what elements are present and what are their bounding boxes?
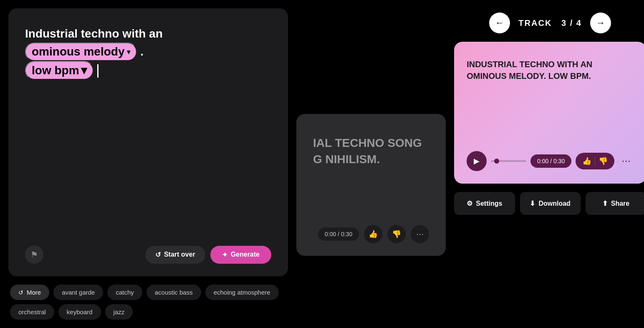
track-label: TRACK 3 / 4 — [518, 18, 582, 28]
middle-track-title: IAL TECHNO SONG G NIHILISM. — [313, 135, 429, 167]
generate-button[interactable]: ✦ Generate — [210, 246, 271, 264]
divider — [595, 156, 595, 166]
prompt-content: Industrial techno with an ominous melody… — [25, 25, 271, 80]
tag-keyboard[interactable]: keyboard — [58, 304, 101, 320]
tag-echoing-atmosphere[interactable]: echoing atmosphere — [205, 285, 279, 300]
dislike-icon-pink: 👎 — [599, 156, 608, 166]
next-arrow-icon: → — [596, 18, 605, 28]
right-play-button[interactable]: ▶ — [467, 151, 487, 171]
right-track-card: INDUSTRIAL TECHNO WITH AN OMINOUS MELODY… — [454, 42, 644, 184]
flag-icon: ⚑ — [30, 250, 38, 260]
left-panel: Industrial techno with an ominous melody… — [8, 8, 288, 320]
tags-row: ↺ More avant garde catchy acoustic bass … — [8, 285, 288, 320]
ominous-melody-chip[interactable]: ominous melody ▾ — [25, 43, 137, 61]
prompt-separator: . — [140, 45, 144, 58]
more-dots-icon-pink: ⋯ — [621, 156, 631, 167]
tag-avant-garde[interactable]: avant garde — [53, 285, 103, 300]
share-icon: ⬆ — [602, 199, 608, 207]
flag-button[interactable]: ⚑ — [25, 245, 43, 264]
middle-like-button[interactable]: 👍 — [364, 225, 382, 243]
right-track-controls: ▶ 0:00 / 0:30 👍 👎 ⋯ — [467, 151, 634, 171]
tag-acoustic-bass[interactable]: acoustic bass — [146, 285, 201, 300]
right-progress-bar[interactable] — [491, 160, 526, 162]
middle-time-display: 0:00 / 0:30 — [318, 227, 359, 241]
prev-track-button[interactable]: ← — [489, 13, 510, 33]
start-over-button[interactable]: ↺ Start over — [145, 246, 205, 264]
prompt-card: Industrial techno with an ominous melody… — [8, 8, 288, 276]
download-button[interactable]: ⬇ Download — [520, 192, 581, 215]
settings-button[interactable]: ⚙ Settings — [454, 192, 515, 215]
chip2-chevron: ▾ — [81, 63, 87, 77]
prev-arrow-icon: ← — [495, 18, 504, 28]
tag-orchestral[interactable]: orchestral — [10, 304, 54, 320]
more-dots-icon: ⋯ — [416, 230, 424, 239]
share-button[interactable]: ⬆ Share — [586, 192, 644, 215]
right-panel: ← TRACK 3 / 4 → INDUSTRIAL TECHNO WITH A… — [454, 8, 644, 320]
middle-track-controls: 0:00 / 0:30 👍 👎 ⋯ — [313, 225, 429, 243]
prompt-text: Industrial techno with an ominous melody… — [25, 25, 271, 80]
right-track-title: INDUSTRIAL TECHNO WITH AN OMINOUS MELODY… — [467, 58, 634, 82]
tag-catchy[interactable]: catchy — [107, 285, 142, 300]
middle-panel: IAL TECHNO SONG G NIHILISM. 0:00 / 0:30 … — [296, 8, 446, 320]
chip1-chevron: ▾ — [127, 48, 130, 56]
right-time-display: 0:00 / 0:30 — [530, 154, 571, 168]
low-bpm-chip[interactable]: low bpm ▾ — [25, 61, 93, 80]
more-tag[interactable]: ↺ More — [10, 285, 49, 300]
dislike-icon: 👎 — [392, 230, 401, 239]
like-icon: 👍 — [369, 230, 378, 239]
prompt-card-bottom: ⚑ ↺ Start over ✦ Generate — [25, 245, 271, 264]
action-buttons: ↺ Start over ✦ Generate — [145, 246, 271, 264]
middle-track-card: IAL TECHNO SONG G NIHILISM. 0:00 / 0:30 … — [296, 114, 446, 256]
download-icon: ⬇ — [530, 199, 535, 207]
prompt-prefix: Industrial techno with an — [25, 27, 163, 40]
next-track-button[interactable]: → — [590, 13, 611, 33]
tag-jazz[interactable]: jazz — [105, 304, 133, 320]
settings-icon: ⚙ — [467, 199, 472, 207]
right-like-dislike-button[interactable]: 👍 👎 — [576, 153, 614, 169]
refresh-icon: ↺ — [155, 251, 161, 259]
right-progress-dot — [494, 159, 499, 164]
middle-dislike-button[interactable]: 👎 — [387, 225, 406, 243]
refresh-small-icon: ↺ — [18, 289, 23, 296]
right-more-button[interactable]: ⋯ — [619, 154, 634, 169]
like-icon-pink: 👍 — [582, 156, 591, 166]
track-navigation: ← TRACK 3 / 4 → — [454, 13, 644, 33]
text-cursor — [97, 64, 98, 78]
sparkle-icon: ✦ — [222, 251, 227, 259]
play-icon: ▶ — [474, 156, 480, 166]
right-action-buttons: ⚙ Settings ⬇ Download ⬆ Share — [454, 192, 644, 215]
middle-more-button[interactable]: ⋯ — [411, 225, 429, 243]
